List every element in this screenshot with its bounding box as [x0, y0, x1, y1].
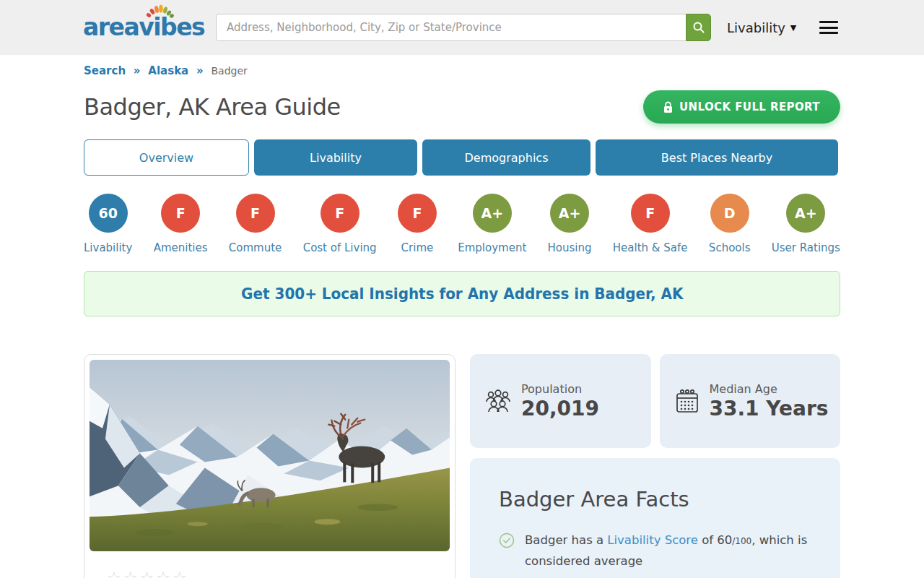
breadcrumb-separator: »	[134, 64, 141, 77]
local-insights-banner[interactable]: Get 300+ Local Insights for Any Address …	[84, 271, 840, 316]
score-circle: A+	[473, 194, 512, 233]
score-user-ratings[interactable]: A+ User Ratings	[772, 194, 840, 254]
score-circle: A+	[550, 194, 589, 233]
area-facts-title: Badger Area Facts	[499, 487, 811, 512]
star-icon[interactable]: ☆	[107, 569, 123, 578]
fact-text-pre: Badger has a	[525, 533, 607, 547]
score-circle: F	[321, 194, 359, 233]
star-icon[interactable]: ☆	[156, 569, 173, 578]
score-employment[interactable]: A+ Employment	[458, 194, 526, 254]
score-amenities[interactable]: F Amenities	[154, 194, 208, 254]
population-stat-card: Population 20,019	[470, 354, 651, 448]
score-circle: F	[631, 194, 670, 233]
area-facts-card: Badger Area Facts Badger has a Livabilit…	[470, 458, 840, 578]
score-schools[interactable]: D Schools	[709, 194, 751, 254]
breadcrumb-search-link[interactable]: Search	[84, 64, 126, 77]
breadcrumb-current: Badger	[212, 65, 248, 77]
logo-burst-icon	[144, 4, 177, 20]
people-icon	[484, 388, 512, 414]
lock-icon	[663, 101, 673, 113]
tab-overview[interactable]: Overview	[84, 139, 249, 176]
banner-text: Get 300+ Local Insights for Any Address …	[241, 285, 683, 303]
top-header: areavibes Livability ▼	[0, 0, 924, 55]
livability-dropdown[interactable]: Livability ▼	[727, 20, 796, 35]
breadcrumb: Search » Alaska » Badger	[84, 64, 840, 77]
score-housing[interactable]: A+ Housing	[548, 194, 592, 254]
chevron-down-icon: ▼	[790, 23, 796, 33]
tab-livability[interactable]: Livability	[254, 139, 417, 176]
search-icon	[692, 21, 705, 34]
score-circle: D	[710, 194, 749, 233]
tab-best-places-nearby[interactable]: Best Places Nearby	[596, 139, 838, 176]
star-icon[interactable]: ☆	[173, 569, 189, 578]
tab-demographics[interactable]: Demographics	[422, 139, 590, 176]
score-label: Employment	[458, 241, 526, 254]
areavibes-logo[interactable]: areavibes	[83, 0, 207, 55]
score-label: Crime	[401, 241, 434, 254]
user-rating-stars: ☆☆☆☆☆	[107, 569, 450, 578]
score-label: User Ratings	[772, 241, 840, 254]
score-circle: 60	[89, 194, 128, 233]
population-value: 20,019	[521, 397, 599, 420]
breadcrumb-alaska-link[interactable]: Alaska	[148, 64, 188, 77]
score-cost-of-living[interactable]: F Cost of Living	[303, 194, 377, 254]
unlock-full-report-button[interactable]: UNLOCK FULL REPORT	[643, 90, 840, 124]
search-form	[216, 14, 711, 41]
score-circle: F	[236, 194, 275, 233]
unlock-button-label: UNLOCK FULL REPORT	[679, 100, 820, 113]
median-age-value: 33.1 Years	[710, 397, 829, 420]
area-photo-card: ☆☆☆☆☆	[84, 354, 456, 578]
score-commute[interactable]: F Commute	[229, 194, 282, 254]
score-label: Amenities	[154, 241, 208, 254]
population-label: Population	[521, 382, 599, 396]
score-label: Health & Safe	[613, 241, 688, 254]
fact-text-denominator: /100	[732, 536, 751, 546]
calendar-icon	[674, 388, 700, 414]
livability-score-link[interactable]: Livability Score	[607, 533, 698, 547]
score-label: Commute	[229, 241, 282, 254]
score-grades-row: 60 Livability F Amenities F Commute F Co…	[84, 194, 840, 254]
score-circle: A+	[786, 194, 825, 233]
median-age-stat-card: Median Age 33.1 Years	[660, 354, 841, 448]
star-icon[interactable]: ☆	[123, 569, 140, 578]
area-photo	[90, 360, 450, 551]
star-icon[interactable]: ☆	[139, 569, 156, 578]
score-circle: F	[161, 194, 200, 233]
search-button[interactable]	[686, 14, 711, 41]
score-livability[interactable]: 60 Livability	[84, 194, 132, 254]
median-age-label: Median Age	[710, 382, 829, 396]
fact-text-mid: of 60	[698, 533, 732, 547]
fact-text: Badger has a Livability Score of 60/100,…	[525, 530, 811, 571]
check-circle-icon	[499, 532, 515, 548]
score-circle: F	[398, 194, 437, 233]
score-label: Cost of Living	[303, 241, 377, 254]
livability-dropdown-label: Livability	[727, 20, 785, 35]
score-label: Schools	[709, 241, 751, 254]
page-title: Badger, AK Area Guide	[84, 93, 341, 121]
search-input[interactable]	[216, 14, 686, 41]
score-crime[interactable]: F Crime	[398, 194, 437, 254]
score-health-safety[interactable]: F Health & Safe	[613, 194, 688, 254]
section-tabs: Overview Livability Demographics Best Pl…	[84, 139, 840, 176]
score-label: Housing	[548, 241, 592, 254]
score-label: Livability	[84, 241, 132, 254]
hamburger-menu-icon[interactable]	[819, 18, 838, 38]
fact-livability-score: Badger has a Livability Score of 60/100,…	[499, 530, 811, 571]
breadcrumb-separator: »	[196, 64, 204, 77]
